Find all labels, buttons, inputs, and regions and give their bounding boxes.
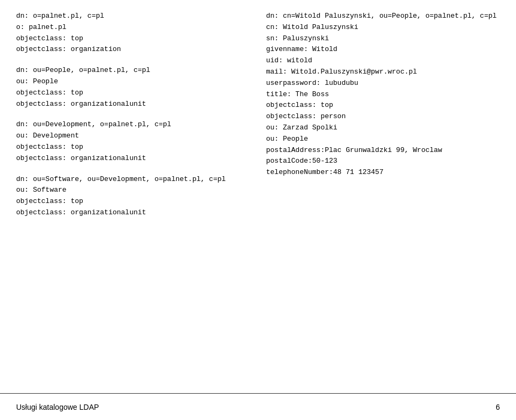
ldap-line: givenname: Witold — [266, 44, 500, 55]
ldap-line: objectclass: top — [266, 100, 500, 111]
ldap-line: objectclass: top — [16, 196, 250, 207]
ldap-line: mail: Witold.Paluszynski@pwr.wroc.pl — [266, 67, 500, 78]
ldap-entry-entry3: dn: ou=Development, o=palnet.pl, c=plou:… — [16, 119, 250, 164]
ldap-line: objectclass: organizationalunit — [16, 207, 250, 219]
ldap-line: objectclass: person — [266, 111, 500, 122]
ldap-line: ou: People — [266, 134, 500, 145]
footer: Usługi katalogowe LDAP 6 — [0, 393, 516, 420]
ldap-line: dn: ou=People, o=palnet.pl, c=pl — [16, 65, 250, 76]
ldap-entry-entry2: dn: ou=People, o=palnet.pl, c=plou: Peop… — [16, 65, 250, 110]
ldap-line: ou: Zarzad Spolki — [266, 122, 500, 134]
ldap-entry-entry5: dn: cn=Witold Paluszynski, ou=People, o=… — [266, 11, 500, 178]
ldap-line: userpassword: lubudubu — [266, 78, 500, 89]
right-column: dn: cn=Witold Paluszynski, ou=People, o=… — [261, 11, 500, 361]
ldap-line: telephoneNumber:48 71 123457 — [266, 167, 500, 178]
ldap-line: ou: Software — [16, 185, 250, 196]
footer-page: 6 — [496, 403, 500, 411]
ldap-line: objectclass: top — [16, 33, 250, 45]
ldap-line: objectclass: organizationalunit — [16, 99, 250, 110]
ldap-line: objectclass: organizationalunit — [16, 153, 250, 164]
ldap-line: postalCode:50-123 — [266, 156, 500, 167]
ldap-line: cn: Witold Paluszynski — [266, 22, 500, 33]
ldap-line: objectclass: organization — [16, 44, 250, 55]
ldap-line: objectclass: top — [16, 88, 250, 99]
ldap-line: dn: o=palnet.pl, c=pl — [16, 11, 250, 22]
footer-title: Usługi katalogowe LDAP — [16, 403, 99, 411]
ldap-line: dn: cn=Witold Paluszynski, ou=People, o=… — [266, 11, 500, 22]
ldap-line: ou: People — [16, 76, 250, 88]
left-column: dn: o=palnet.pl, c=plo: palnet.plobjectc… — [16, 11, 261, 361]
ldap-line: postalAddress:Plac Grunwaldzki 99, Wrocl… — [266, 145, 500, 156]
ldap-entry-entry4: dn: ou=Software, ou=Development, o=palne… — [16, 174, 250, 219]
ldap-line: o: palnet.pl — [16, 22, 250, 33]
ldap-line: ou: Development — [16, 131, 250, 142]
ldap-line: dn: ou=Software, ou=Development, o=palne… — [16, 174, 250, 185]
ldap-entry-entry1: dn: o=palnet.pl, c=plo: palnet.plobjectc… — [16, 11, 250, 55]
ldap-line: dn: ou=Development, o=palnet.pl, c=pl — [16, 119, 250, 131]
ldap-line: uid: witold — [266, 55, 500, 67]
ldap-line: title: The Boss — [266, 89, 500, 100]
ldap-line: objectclass: top — [16, 142, 250, 153]
ldap-line: sn: Paluszynski — [266, 33, 500, 45]
main-content: dn: o=palnet.pl, c=plo: palnet.plobjectc… — [0, 0, 516, 393]
